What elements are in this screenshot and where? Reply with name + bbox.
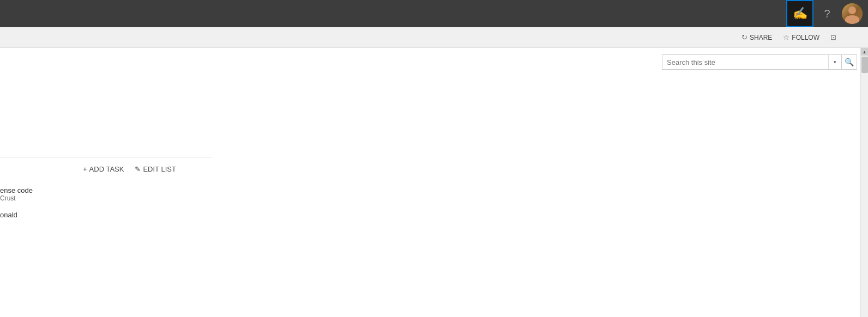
nav-right-section: ✍ ? xyxy=(786,0,868,27)
scroll-up-arrow[interactable]: ▲ xyxy=(861,48,869,56)
task-item-2: onald xyxy=(0,211,213,219)
add-task-label: ADD TASK xyxy=(89,165,124,173)
search-box: ▾ xyxy=(662,54,842,70)
vertical-scrollbar[interactable]: ▲ xyxy=(860,48,868,317)
user-avatar-button[interactable] xyxy=(841,0,868,27)
help-icon: ? xyxy=(824,8,830,20)
search-input[interactable] xyxy=(662,55,828,69)
avatar xyxy=(842,3,863,24)
search-dropdown-button[interactable]: ▾ xyxy=(828,55,841,69)
task-subtitle-1: Crust xyxy=(0,194,213,202)
edit-list-button[interactable]: ✎ EDIT LIST xyxy=(134,163,177,175)
chevron-down-icon: ▾ xyxy=(834,59,836,65)
focus-icon: ⊡ xyxy=(830,33,836,41)
task-title-2: onald xyxy=(0,211,213,219)
task-item-1: ense code Crust xyxy=(0,186,213,202)
divider xyxy=(0,157,213,157)
search-container: ▾ 🔍 xyxy=(662,54,857,70)
add-task-icon: + xyxy=(83,165,87,173)
search-icon: 🔍 xyxy=(845,58,854,66)
share-button[interactable]: ↻ SHARE xyxy=(737,31,776,44)
task-title-1: ense code xyxy=(0,186,213,194)
follow-icon: ☆ xyxy=(783,33,789,41)
share-icon: ↻ xyxy=(742,33,748,41)
task-toolbar: + ADD TASK ✎ EDIT LIST xyxy=(0,163,213,175)
top-nav: ✍ ? xyxy=(0,0,868,27)
hand-icon: ✍ xyxy=(793,7,807,21)
left-content-area: + ADD TASK ✎ EDIT LIST ense code Crust o… xyxy=(0,48,213,232)
edit-list-icon: ✎ xyxy=(135,165,141,173)
toolbar-actions: ↻ SHARE ☆ FOLLOW ⊡ xyxy=(737,31,841,44)
task-list: ense code Crust onald xyxy=(0,186,213,219)
follow-label: FOLLOW xyxy=(792,34,819,41)
follow-button[interactable]: ☆ FOLLOW xyxy=(779,31,824,44)
hand-cursor-button[interactable]: ✍ xyxy=(786,0,813,27)
add-task-button[interactable]: + ADD TASK xyxy=(82,163,125,175)
edit-list-label: EDIT LIST xyxy=(143,165,176,173)
focus-button[interactable]: ⊡ xyxy=(826,31,841,44)
help-button[interactable]: ? xyxy=(813,0,841,27)
scroll-thumb[interactable] xyxy=(861,57,868,73)
main-content: ▾ 🔍 + ADD TASK ✎ EDIT LIST ense code Cru… xyxy=(0,48,868,317)
share-label: SHARE xyxy=(750,34,772,41)
toolbar-row: ↻ SHARE ☆ FOLLOW ⊡ xyxy=(0,27,868,48)
avatar-image xyxy=(842,3,863,24)
search-submit-button[interactable]: 🔍 xyxy=(842,54,857,70)
